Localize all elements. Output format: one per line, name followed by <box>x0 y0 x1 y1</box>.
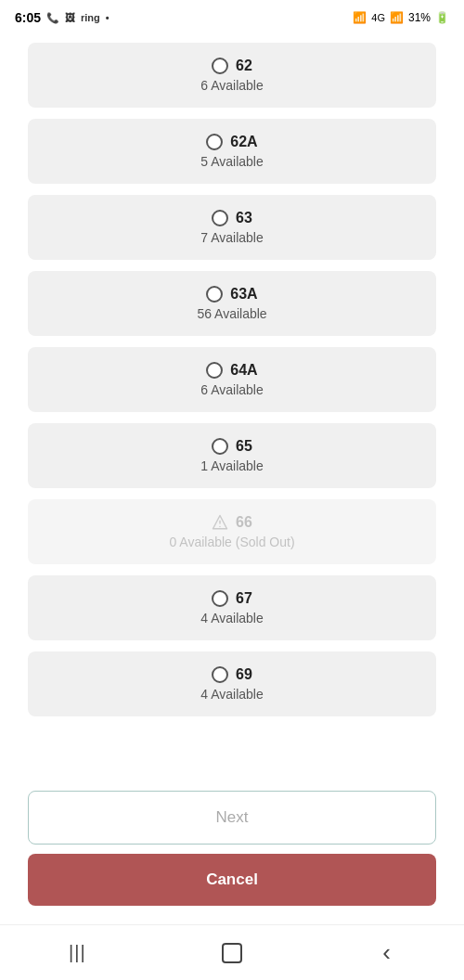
nav-back-button[interactable]: ‹ <box>359 935 415 972</box>
cancel-button[interactable]: Cancel <box>28 854 436 906</box>
item-number: 62A <box>230 134 257 150</box>
item-availability: 6 Available <box>200 382 263 397</box>
radio-circle <box>212 210 228 226</box>
battery-percent: 31% <box>408 11 431 24</box>
list-item-item-65[interactable]: 651 Available <box>28 423 436 488</box>
dot-icon: • <box>106 12 110 23</box>
status-time: 6:05 <box>15 10 41 25</box>
status-right: 📶 4G 📶 31% 🔋 <box>353 11 449 24</box>
next-button[interactable]: Next <box>28 791 436 845</box>
radio-circle <box>212 58 228 74</box>
item-availability: 0 Available (Sold Out) <box>169 535 294 549</box>
nav-home-button[interactable] <box>204 935 260 972</box>
item-availability: 4 Available <box>200 687 263 702</box>
signal-bars-icon: 📶 <box>390 11 404 24</box>
item-availability: 5 Available <box>200 154 263 169</box>
list-item-item-62[interactable]: 626 Available <box>28 43 436 108</box>
radio-circle <box>206 362 223 379</box>
list-item-item-67[interactable]: 674 Available <box>28 575 436 640</box>
back-icon: ‹ <box>382 938 391 967</box>
nav-bar: ||| ‹ <box>0 924 464 980</box>
item-number: 66 <box>236 514 252 531</box>
bottom-area: Next Cancel <box>0 776 464 924</box>
item-number: 69 <box>236 666 252 683</box>
status-bar: 6:05 📞 🖼 ring • 📶 4G 📶 31% 🔋 <box>0 0 464 33</box>
item-number: 64A <box>230 362 257 379</box>
radio-circle <box>206 134 223 150</box>
ring-icon: ring <box>81 12 100 23</box>
warning-icon <box>212 514 228 531</box>
item-availability: 6 Available <box>200 78 263 93</box>
status-left: 6:05 📞 🖼 ring • <box>15 10 110 25</box>
radio-circle <box>212 666 228 683</box>
item-availability: 1 Available <box>200 458 263 473</box>
menu-icon: ||| <box>69 942 86 963</box>
item-number: 65 <box>236 438 252 455</box>
item-number: 62 <box>236 58 252 74</box>
list-item-item-63a[interactable]: 63A56 Available <box>28 271 436 336</box>
image-icon: 🖼 <box>65 12 75 23</box>
item-availability: 56 Available <box>197 306 266 321</box>
list-item-item-64a[interactable]: 64A6 Available <box>28 347 436 412</box>
battery-icon: 🔋 <box>435 11 449 24</box>
list-item-item-62a[interactable]: 62A5 Available <box>28 119 436 184</box>
item-number: 63A <box>230 286 257 303</box>
list-container[interactable]: 626 Available62A5 Available637 Available… <box>0 33 464 776</box>
list-item-item-66: 660 Available (Sold Out) <box>28 499 436 564</box>
phone-icon: 📞 <box>46 12 59 24</box>
svg-point-2 <box>219 526 221 528</box>
item-number: 67 <box>236 590 252 607</box>
radio-circle <box>212 590 228 607</box>
list-item-item-69[interactable]: 694 Available <box>28 651 436 716</box>
nav-menu-button[interactable]: ||| <box>49 935 105 972</box>
radio-circle <box>212 438 228 455</box>
list-item-item-63[interactable]: 637 Available <box>28 195 436 260</box>
radio-circle <box>206 286 223 303</box>
item-availability: 4 Available <box>200 611 263 625</box>
home-icon <box>222 943 242 963</box>
item-availability: 7 Available <box>200 230 263 245</box>
item-number: 63 <box>236 210 252 226</box>
wifi-icon: 📶 <box>353 11 367 24</box>
main-content: 626 Available62A5 Available637 Available… <box>0 33 464 924</box>
signal-4g-icon: 4G <box>371 12 385 23</box>
